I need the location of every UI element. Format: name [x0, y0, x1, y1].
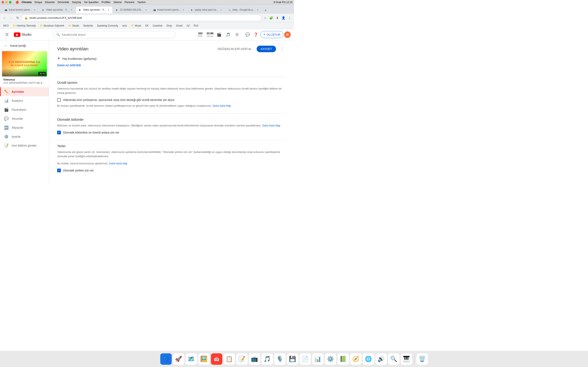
minimize-button[interactable]	[5, 1, 8, 3]
nav-item-analytics[interactable]: 📊 Analytics	[0, 96, 49, 105]
save-button[interactable]: KAYDET	[257, 46, 276, 52]
bookmark-r10[interactable]: R10	[192, 24, 200, 28]
menu-sekme[interactable]: Sekme	[113, 1, 121, 4]
divider-1	[57, 77, 286, 77]
auto-chapters-learn-more-link[interactable]: Daha fazla bilgi	[262, 124, 280, 127]
bookmark-label-music: Music	[135, 24, 141, 27]
paid-promotion-learn-more-link[interactable]: Daha fazla bilgi	[213, 104, 231, 107]
menu-gecmis[interactable]: Geçmiş	[72, 1, 81, 4]
tab-close-7[interactable]: ×	[256, 8, 259, 11]
bookmark-speaking[interactable]: Speaking Comunity	[95, 24, 120, 28]
more-options-button[interactable]: ⋮	[278, 45, 286, 53]
download-button[interactable]: ⬇	[274, 15, 280, 21]
extensions-button[interactable]: 🧩	[268, 15, 274, 21]
tab-4[interactable]: ▶ 22 ADIMDA BİLGİS... ×	[113, 6, 150, 13]
show-less-link[interactable]: DAHA AZ GÖSTER	[57, 64, 81, 67]
bookmark-label-amz: amz	[122, 24, 127, 27]
bookmark-star-button[interactable]: ☆	[262, 15, 268, 21]
chevron-down-icon: ▼	[57, 57, 61, 60]
bookmark-ek[interactable]: EK	[144, 24, 150, 28]
menu-yardim[interactable]: Yardım	[137, 1, 146, 4]
bookmark-muratcan[interactable]: 📁Muratcan Safyürek	[38, 24, 66, 28]
bookmark-uzantilar[interactable]: Uzantılar	[151, 24, 164, 28]
bookmark-drop[interactable]: Drop	[165, 24, 173, 28]
tab-2[interactable]: ▶ Video ayrıntıları - Y... ×	[39, 6, 76, 13]
places-title: Yerler	[57, 144, 286, 148]
hamburger-menu[interactable]: ☰	[3, 31, 11, 38]
address-box[interactable]: 🔒 studio.youtube.com/video/xJFX_twV39E/e…	[21, 15, 261, 21]
music-note-button[interactable]: 🎵	[224, 31, 232, 38]
nav-item-geri-bildirim[interactable]: 📝 Geri bildirim gönder	[0, 141, 49, 150]
new-tab-button[interactable]: +	[263, 8, 268, 13]
bookmark-gmail[interactable]: Gmail	[174, 24, 184, 28]
menu-duzenle[interactable]: Düzenle	[45, 1, 55, 4]
bookmark-hanimis[interactable]: 📁Hanimiş Teknoloji	[11, 24, 37, 28]
help-icon-button[interactable]: ❓	[252, 31, 259, 38]
page-title: Video ayrıntıları	[57, 46, 89, 52]
tab-close-1[interactable]: ×	[33, 8, 36, 11]
bookmark-music[interactable]: 📁Music	[130, 24, 143, 28]
menu-pencere[interactable]: Pencere	[125, 1, 134, 4]
back-button[interactable]: ←	[2, 15, 7, 21]
reload-button[interactable]: ↻	[15, 15, 20, 21]
tab-5[interactable]: 📺 Kanal kontrol panel... ×	[150, 6, 188, 13]
bookmark-studio[interactable]: 📁Studio	[67, 24, 81, 28]
subs-label: 48saat	[207, 35, 214, 37]
age-restriction-header[interactable]: ▼ Yaş kısıtlaması (gelişmiş)	[57, 57, 286, 60]
tab-close-5[interactable]: ×	[182, 8, 185, 11]
video-icon-button[interactable]: 🎬	[215, 31, 223, 38]
tab-6[interactable]: ▶ yapay zeka para ka... ×	[188, 6, 225, 13]
menu-yer-isaretleri[interactable]: Yer İşaretleri	[84, 1, 99, 4]
profile-button[interactable]: 👤	[281, 15, 286, 21]
user-avatar[interactable]: M	[284, 31, 291, 38]
toolbar-actions: ☆ 🧩 ⬇ 👤 ⋮	[262, 15, 292, 21]
bookmark-az[interactable]: AZ	[185, 24, 191, 28]
nav-item-altyazilar[interactable]: 🔤 Altyazılar	[0, 123, 49, 132]
bookmark-amz[interactable]: amz	[121, 24, 129, 28]
video-subtitle: 3 AY DROPSHİPPİNG YAPTI! NE K...	[3, 82, 45, 84]
nav-item-ayrintilar[interactable]: ✏️ Ayrıntılar	[0, 87, 49, 96]
tab-close-4[interactable]: ×	[144, 8, 148, 11]
tab-close-3[interactable]: ×	[107, 8, 110, 11]
bookmark-label-studio: Studio	[72, 24, 79, 27]
menu-dosya[interactable]: Dosya	[35, 1, 42, 4]
bookmark-label-drop: Drop	[167, 24, 172, 27]
nav-item-ayarlar[interactable]: ⚙️ Ayarlar	[0, 132, 49, 141]
auto-chapters-checkbox[interactable]	[57, 131, 61, 134]
search-box[interactable]: 🔍	[53, 31, 176, 38]
subtitle-icon-button[interactable]: 💬	[244, 31, 251, 38]
menu-goruntule[interactable]: Görüntüle	[58, 1, 69, 4]
nav-item-duzenleyici[interactable]: 🎬 Düzenleyici	[0, 105, 49, 114]
tab-close-6[interactable]: ×	[219, 8, 223, 11]
close-button[interactable]	[2, 1, 4, 3]
revert-button[interactable]: DEĞİŞİKLİKLERİ GERİ AL	[215, 46, 254, 52]
youtube-logo[interactable]: ▶ Studio	[14, 33, 31, 37]
bookmark-mcs[interactable]: MCS	[2, 24, 10, 28]
bookmark-students[interactable]: Students	[82, 24, 95, 28]
apple-menu[interactable]: 🍎	[16, 1, 19, 4]
studio-logo-text: Studio	[22, 33, 31, 37]
tab-title-5: Kanal kontrol panel...	[157, 8, 181, 11]
app-name[interactable]: Chrome	[22, 1, 32, 4]
nav-item-yorumlar[interactable]: 💬 Yorumlar	[0, 114, 49, 123]
forward-button[interactable]: →	[8, 15, 14, 21]
create-button[interactable]: + OLUŞTUR	[260, 31, 283, 38]
search-icon: 🔍	[56, 33, 60, 36]
tab-3-active[interactable]: ▶ Video ayrıntıları - Y... ×	[76, 6, 113, 13]
tab-close-2[interactable]: ×	[70, 8, 73, 11]
paid-promotion-checkbox[interactable]	[57, 98, 61, 102]
tab-1[interactable]: 📺 Kanal kontrol panel... ×	[2, 6, 39, 13]
tab-favicon-3: ▶	[78, 8, 82, 11]
more-options-button[interactable]: ⋮	[287, 15, 292, 21]
search-input[interactable]	[62, 33, 173, 36]
tab-favicon-7: 🔍	[228, 8, 231, 11]
places-checkbox[interactable]	[57, 169, 61, 172]
sidebar-back-button[interactable]: ← Kanal içeriği	[0, 40, 49, 51]
video-thumbnail[interactable]: 3 AY DROPSHİPPİNG İLE NE KADAR KAZANDIM?…	[2, 51, 47, 76]
places-learn-more-link[interactable]: Daha fazla bilgi	[109, 162, 127, 165]
nav-label-ayrintilar: Ayrıntılar	[12, 90, 24, 93]
tab-7[interactable]: 🔍 vidiq - Google'da a... ×	[225, 6, 262, 13]
list-icon-button[interactable]: ☰	[233, 31, 241, 38]
maximize-button[interactable]	[9, 1, 11, 3]
menu-profiller[interactable]: Profiller	[102, 1, 111, 4]
